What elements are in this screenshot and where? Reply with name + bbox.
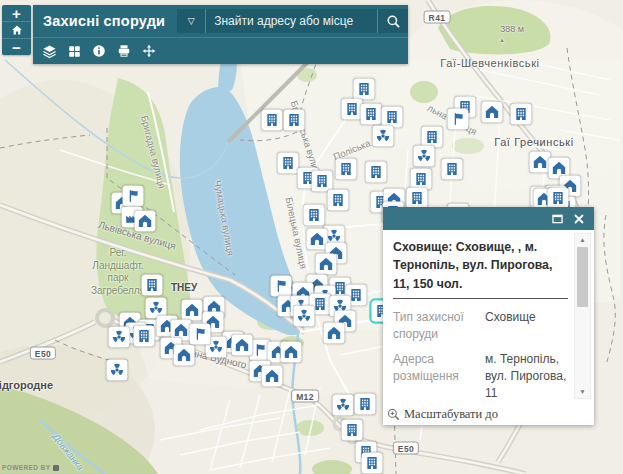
- house-marker[interactable]: [482, 102, 503, 123]
- scroll-up-arrow[interactable]: ▲: [579, 234, 585, 247]
- house-marker[interactable]: [530, 152, 551, 173]
- home-button[interactable]: [2, 21, 31, 38]
- radiation-marker[interactable]: [373, 126, 394, 147]
- house-marker[interactable]: [324, 323, 345, 344]
- house-marker[interactable]: [135, 211, 156, 232]
- house-marker[interactable]: [307, 229, 328, 250]
- flag-marker[interactable]: [123, 186, 144, 207]
- popup-header[interactable]: [383, 207, 594, 230]
- basemap-gallery-button[interactable]: [66, 43, 82, 59]
- toolbar: [33, 37, 408, 64]
- building-marker[interactable]: [342, 420, 363, 441]
- popup-zoom-to-link[interactable]: Масштабувати до: [387, 407, 498, 422]
- building-marker[interactable]: [336, 159, 357, 180]
- layers-button[interactable]: [41, 43, 57, 59]
- zoom-to-label: Масштабувати до: [404, 407, 498, 422]
- search-input[interactable]: [206, 9, 377, 33]
- zoom-control: + −: [2, 5, 31, 55]
- road-shield: R41: [424, 11, 451, 24]
- house-marker[interactable]: [174, 345, 195, 366]
- building-marker[interactable]: [362, 453, 383, 474]
- scroll-thumb[interactable]: [577, 247, 588, 307]
- zoom-out-button[interactable]: −: [2, 38, 31, 55]
- building-marker[interactable]: [548, 188, 569, 209]
- esri-logo: [53, 465, 59, 471]
- flag-marker[interactable]: [271, 276, 292, 297]
- basemap-gallery-icon: [68, 45, 81, 58]
- radiation-marker[interactable]: [414, 146, 435, 167]
- zoom-in-button[interactable]: +: [2, 5, 31, 21]
- chevron-down-icon: ▽: [188, 16, 195, 26]
- popup-maximize-button[interactable]: [550, 212, 564, 226]
- building-marker[interactable]: [511, 104, 532, 125]
- building-marker[interactable]: [142, 275, 163, 296]
- app-header: Захисні споруди ▽: [33, 5, 408, 64]
- attribution: POWERED BY: [2, 464, 59, 471]
- building-marker[interactable]: [134, 326, 155, 347]
- building-marker[interactable]: [354, 79, 375, 100]
- search-button[interactable]: [377, 9, 408, 33]
- house-marker[interactable]: [316, 254, 337, 275]
- popup-title: Сховище: Сховище, , м. Тернопіль, вул. П…: [393, 238, 568, 293]
- search-icon: [386, 14, 401, 29]
- attr-label: Адерса розміщення: [393, 351, 475, 401]
- app-title: Захисні споруди: [33, 13, 177, 29]
- close-icon: [574, 214, 584, 224]
- building-marker[interactable]: [382, 107, 403, 128]
- building-marker[interactable]: [411, 169, 432, 190]
- building-marker[interactable]: [366, 162, 387, 183]
- pan-icon: [142, 44, 156, 58]
- building-marker[interactable]: [361, 104, 382, 125]
- building-marker[interactable]: [355, 394, 376, 415]
- attr-row: Тип захисної споруди Сховище: [393, 309, 568, 342]
- popup-scrollbar[interactable]: ▲ ▼: [574, 233, 591, 399]
- road-shield: Е50: [30, 347, 56, 360]
- road-shield: Е50: [393, 442, 419, 455]
- maximize-icon: [552, 214, 563, 224]
- flag-marker[interactable]: [190, 324, 211, 345]
- scroll-down-arrow[interactable]: ▼: [579, 386, 585, 399]
- building-marker[interactable]: [304, 205, 325, 226]
- building-marker[interactable]: [328, 190, 349, 211]
- radiation-marker[interactable]: [333, 395, 354, 416]
- radiation-marker[interactable]: [294, 306, 315, 327]
- search-dropdown-button[interactable]: ▽: [177, 9, 206, 33]
- building-marker[interactable]: [407, 188, 428, 209]
- building-marker[interactable]: [422, 127, 443, 148]
- search-group: ▽: [177, 9, 408, 33]
- building-marker[interactable]: [442, 159, 463, 180]
- radiation-marker[interactable]: [109, 327, 130, 348]
- home-icon: [11, 24, 23, 36]
- building-marker[interactable]: [262, 110, 283, 131]
- building-marker[interactable]: [312, 171, 333, 192]
- title-row: Захисні споруди ▽: [33, 5, 408, 37]
- popup-close-button[interactable]: [572, 212, 586, 226]
- pan-button[interactable]: [141, 43, 157, 59]
- house-marker[interactable]: [281, 342, 302, 363]
- print-icon: [117, 44, 131, 58]
- print-button[interactable]: [116, 43, 132, 59]
- house-marker[interactable]: [232, 335, 253, 356]
- popup: Сховище: Сховище, , м. Тернопіль, вул. П…: [383, 207, 594, 425]
- building-marker[interactable]: [278, 153, 299, 174]
- attr-label: Тип захисної споруди: [393, 309, 475, 342]
- info-icon: [92, 44, 106, 58]
- popup-body: Сховище: Сховище, , м. Тернопіль, вул. П…: [383, 230, 594, 403]
- road-shield: М12: [291, 390, 319, 403]
- attr-value: м. Тернопіль, вул. Пирогова, 11: [485, 351, 568, 401]
- radiation-marker[interactable]: [107, 360, 128, 381]
- building-marker[interactable]: [342, 99, 363, 120]
- flag-marker[interactable]: [448, 109, 469, 130]
- attr-row: Адерса розміщення м. Тернопіль, вул. Пир…: [393, 351, 568, 401]
- building-marker[interactable]: [284, 110, 305, 131]
- info-button[interactable]: [91, 43, 107, 59]
- popup-divider: [393, 298, 568, 299]
- map-canvas[interactable]: Гаї-ШевченківськіГаї Гречинські388 м▴Бри…: [0, 0, 623, 474]
- layers-icon: [42, 44, 57, 59]
- house-marker[interactable]: [182, 300, 203, 321]
- attribution-text: POWERED BY: [2, 464, 50, 471]
- zoom-to-icon: [387, 408, 400, 421]
- attr-value: Сховище: [485, 309, 568, 342]
- house-marker[interactable]: [262, 366, 283, 387]
